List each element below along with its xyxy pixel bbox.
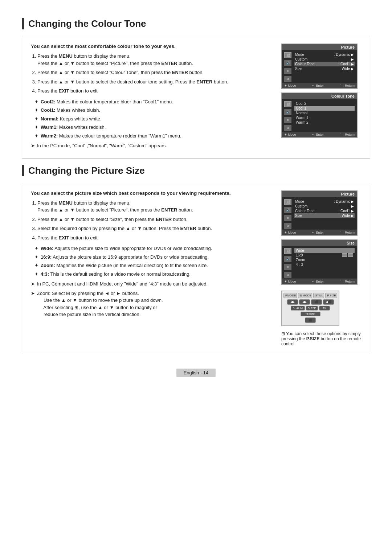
tv-icon-sound-3: 🔊 [284,207,291,213]
tv-icon-channel-3: ≡ [284,215,291,221]
size-zoom: Zoom [294,258,355,262]
step-item: Press the EXIT button to exit [37,87,274,95]
footer-enter-2: ↵ Enter [312,133,324,136]
bullet-item-43: ✦4:3: This is the default setting for a … [34,271,274,278]
step-item: Press the MENU button to display the men… [37,53,274,67]
footer-return-2: ⬛ Return [340,133,355,136]
remote-row-3: DUAL I-II SLEEP TV [283,306,337,311]
tv-screen-picture-1: Picture 🖼 🔊 ≡ ⚙ Mode: Dynamic ▶ Custom▶ … [281,44,358,89]
bullet-item: ✦Cool2: Makes the colour temperature blu… [34,98,274,106]
tv-icon-picture-3: 🖼 [284,199,291,205]
footer-return-4: ⬛ Return [340,280,355,283]
rbtn-dual: DUAL I-II [291,306,305,311]
rbtn-pmode: PMODE [283,293,297,298]
tv-icon-channel-4: ≡ [284,264,291,270]
section-title-colour-tone: Changing the Colour Tone [22,18,370,29]
menu-row-colourtone: Colour Tone: Cool1 ▶ [294,62,355,66]
tv-screen-size: Size 🖼 🔊 ≡ ⚙ Wide 16:9 [281,239,358,285]
rbtn-box1: ⬛ [311,299,322,305]
colour-tone-steps: Press the MENU button to display the men… [37,53,274,95]
bullet-item: ✦Cool1: Makes whites bluish. [34,107,274,114]
remote-row-5: ⬛ [283,317,337,323]
screen-title-picture: Picture [282,44,357,50]
rbtn-box2: ◀⬛ [323,299,334,305]
step-item: Select the required option by pressing t… [37,225,274,232]
section-inner-colour-tone: You can select the most comfortable colo… [31,44,361,151]
picture-size-screens: Picture 🖼 🔊 ≡ ⚙ Mode: Dynamic ▶ Custom▶ … [281,190,361,346]
tv-icon-list-4: 🖼 🔊 ≡ ⚙ [283,247,292,278]
picture-size-steps: Press the MENU button to display the men… [37,200,274,242]
footer-move: ✦ Move [284,84,296,87]
remote-row-4: TTX/MIX [283,312,337,316]
remote-control-image: PMODE S.MODE STILL P.SIZE ◀▶ ◀▶ ⬛ ◀⬛ [281,291,339,326]
bullet-item: ✦Warm2: Makes the colour temperature red… [34,132,274,140]
colour-tone-note: ➤ In the PC mode, "Cool" ,"Normal", "War… [31,142,274,149]
footer-enter-4: ↵ Enter [312,280,324,283]
remote-caption: ⊞ You can select these options by simply… [281,331,361,346]
page-footer: English - 14 [22,369,370,377]
tv-icon-setup: ⚙ [284,76,291,82]
rbtn-up-down: ◀▶ [299,299,310,305]
tv-icon-channel-2: ≡ [284,117,291,123]
tv-icon-list-2: 🖼 🔊 ≡ ⚙ [283,100,292,131]
picture-size-intro: You can select the picture size which be… [31,190,274,196]
rbtn-sleep: SLEEP [306,306,318,311]
tv-icon-setup-3: ⚙ [284,223,291,229]
tv-icon-sound: 🔊 [284,60,291,66]
section-picture-size: Changing the Picture Size You can select… [22,165,370,354]
footer-enter: ↵ Enter [312,84,324,87]
list-cool1: Cool 1 [294,106,355,111]
list-warm1: Warm 1 [294,115,355,120]
footer-return-3: ⬛ Return [340,231,355,234]
tv-list-items-size: Wide 16:9 Zoom 4 : 3 [294,247,355,278]
tv-icon-picture-2: 🖼 [284,101,291,107]
tv-icon-sound-4: 🔊 [284,256,291,262]
bullet-item: ✦Warm1: Makes whites reddish. [34,124,274,131]
tv-footer-1: ✦ Move ↵ Enter ⬛ Return [282,83,357,88]
bullet-item: ✦Normal: Keeps whites white. [34,115,274,123]
size-169: 16:9 [294,253,355,258]
remote-area: PMODE S.MODE STILL P.SIZE ◀▶ ◀▶ ⬛ ◀⬛ [281,291,361,326]
footer-move-3: ✦ Move [284,231,296,234]
footer-enter-3: ↵ Enter [312,231,324,234]
tv-icon-picture: 🖼 [284,52,291,58]
rbtn-ttxmix: TTX/MIX [301,312,320,316]
rbtn-smode: S.MODE [298,293,312,298]
page-number: English - 14 [176,369,216,377]
tv-icon-channel: ≡ [284,68,291,74]
step-item: Press the EXIT button to exit. [37,234,274,242]
bullet-item-169: ✦16:9: Adjusts the picture size to 16:9 … [34,254,274,261]
picture-size-bullets: ✦Wide: Adjusts the picture size to Wide … [34,245,274,278]
menu-row-custom: Custom▶ [294,57,355,62]
section-inner-picture-size: You can select the picture size which be… [31,190,361,346]
tv-icon-setup-2: ⚙ [284,125,291,131]
remote-row-1: PMODE S.MODE STILL P.SIZE [283,293,337,298]
screen-body-2: 🖼 🔊 ≡ ⚙ Cool 2 Cool 1 Normal Warm 1 Warm… [282,99,357,132]
list-normal: Normal [294,111,355,115]
rbtn-tv: TV [319,306,330,311]
tv-footer-4: ✦ Move ↵ Enter ⬛ Return [282,279,357,284]
colour-tone-text: You can select the most comfortable colo… [31,44,274,151]
colour-tone-screens: Picture 🖼 🔊 ≡ ⚙ Mode: Dynamic ▶ Custom▶ … [281,44,361,151]
menu-row-size: Size: Wide ▶ [294,66,355,71]
screen-title-size: Size [282,240,357,246]
tv-icon-picture-4: 🖼 [284,248,291,254]
step-item: Press the MENU button to display the men… [37,200,274,214]
tv-footer-2: ✦ Move ↵ Enter ⬛ Return [282,132,357,137]
section-block-picture-size: You can select the picture size which be… [22,183,370,354]
tv-icon-list: 🖼 🔊 ≡ ⚙ [283,52,292,82]
step-item: Press the ▲ or ▼ button to select the de… [37,78,274,86]
tv-footer-3: ✦ Move ↵ Enter ⬛ Return [282,230,357,235]
picture-size-text: You can select the picture size which be… [31,190,274,346]
rbtn-left-arrow: ◀▶ [287,299,298,305]
screen-title-picture-2: Picture [282,191,357,197]
menu-row-mode-2: Mode: Dynamic ▶ [294,199,355,204]
tv-screen-picture-2: Picture 🖼 🔊 ≡ ⚙ Mode: Dynamic ▶ Custom▶ … [281,190,358,236]
footer-return: ⬛ Return [340,84,355,87]
menu-row-mode: Mode: Dynamic ▶ [294,52,355,57]
bullet-item-zoom: ✦Zoom: Magnifies the Wide picture (in th… [34,262,274,269]
screen-body-1: 🖼 🔊 ≡ ⚙ Mode: Dynamic ▶ Custom▶ Colour T… [282,50,357,83]
bullet-item-wide: ✦Wide: Adjusts the picture size to Wide … [34,245,274,252]
menu-row-size-2: Size: Wide ▶ [294,213,355,218]
list-warm2: Warm 2 [294,120,355,125]
